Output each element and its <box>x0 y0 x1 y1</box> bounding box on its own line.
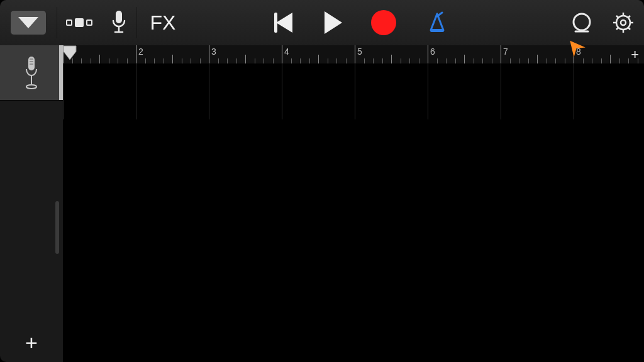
ruler-tick-minor <box>346 58 347 63</box>
ruler-tick-minor <box>236 58 237 63</box>
ruler-tick-minor <box>154 58 155 63</box>
ruler-tick-minor <box>528 58 529 63</box>
ruler-tick-minor <box>619 58 620 63</box>
ruler-tick-minor <box>109 58 109 63</box>
ruler-tick-minor <box>419 58 419 63</box>
ruler-tick-minor <box>601 58 602 63</box>
rewind-button[interactable] <box>258 0 308 45</box>
arrangement-barline <box>355 64 355 119</box>
svg-rect-17 <box>28 57 35 70</box>
ruler-bar-number: 4 <box>284 47 289 57</box>
chevron-down-icon <box>18 17 38 28</box>
ruler-tick-minor <box>555 58 556 63</box>
add-track-button[interactable]: + <box>0 323 63 362</box>
ruler-tick-major <box>501 45 501 63</box>
ruler-tick-minor <box>437 58 438 63</box>
my-songs-dropdown-button[interactable] <box>0 0 57 45</box>
ruler-tick-minor <box>519 58 519 63</box>
ruler-tick-minor <box>409 58 410 63</box>
ruler-tick-minor <box>127 58 128 63</box>
ruler-tick-minor <box>328 58 328 63</box>
ruler-tick-minor <box>474 58 474 63</box>
svg-rect-4 <box>430 29 444 32</box>
microphone-icon <box>24 55 39 90</box>
ruler-bar-number: 2 <box>138 47 143 57</box>
ruler-tick-minor <box>273 58 274 63</box>
top-toolbar: FX <box>0 0 644 45</box>
ruler-tick-minor <box>382 58 383 63</box>
ruler-tick-minor <box>628 58 629 63</box>
ruler-tick-minor <box>592 58 592 63</box>
ruler-tick-major <box>428 45 428 63</box>
arrangement-barline <box>282 64 282 119</box>
microphone-icon <box>110 9 128 36</box>
playhead-icon[interactable] <box>63 45 77 60</box>
arrangement-barline <box>63 64 64 119</box>
track-header[interactable] <box>0 45 63 101</box>
ruler-tick-minor <box>264 58 264 63</box>
ruler-tick-major <box>282 45 282 63</box>
svg-point-5 <box>574 14 590 30</box>
arrangement-barline <box>428 64 428 119</box>
track-list-scrollbar[interactable] <box>55 201 59 254</box>
play-icon <box>325 11 342 34</box>
ruler-tick-minor <box>492 58 492 63</box>
ruler-tick-minor <box>218 58 219 63</box>
instrument-browser-icon <box>66 18 92 27</box>
ruler-tick-minor <box>364 58 365 63</box>
ruler-tick-minor <box>455 58 456 63</box>
transport-group <box>258 0 465 45</box>
ruler-bar-number: 5 <box>357 47 362 57</box>
ruler-bar-number: 7 <box>503 47 508 57</box>
ruler-tick-minor <box>245 55 246 63</box>
fx-button[interactable]: FX <box>137 0 189 45</box>
arrangement-barline <box>574 64 574 119</box>
ruler-tick-major <box>136 45 136 63</box>
track-lane[interactable] <box>63 64 644 119</box>
ruler-tick-minor <box>547 58 547 63</box>
track-view-mic-button[interactable] <box>101 0 136 45</box>
ruler-tick-minor <box>336 58 337 63</box>
track-list: + <box>0 45 63 362</box>
metronome-button[interactable] <box>409 0 465 45</box>
add-section-button[interactable]: + <box>631 47 639 63</box>
ruler-tick-minor <box>510 58 511 63</box>
ruler-tick-minor <box>255 58 255 63</box>
ruler-tick-minor <box>610 55 611 63</box>
loop-browser-button[interactable] <box>561 0 602 45</box>
metronome-icon <box>426 11 448 34</box>
ruler-tick-minor <box>182 58 182 63</box>
ruler-tick-major <box>355 45 355 63</box>
rewind-icon <box>274 13 292 33</box>
ruler-tick-minor <box>118 58 118 63</box>
arrangement-barline <box>501 64 501 119</box>
ruler-tick-minor <box>91 58 91 63</box>
svg-point-16 <box>621 20 626 25</box>
ruler-tick-minor <box>482 58 483 63</box>
play-button[interactable] <box>308 0 358 45</box>
record-icon <box>371 10 396 35</box>
ruler-tick-minor <box>172 55 173 63</box>
ruler-bar-number: 6 <box>430 47 435 57</box>
instrument-browser-button[interactable] <box>57 0 101 45</box>
ruler-tick-minor <box>583 58 584 63</box>
loop-icon <box>569 10 594 35</box>
timeline-ruler[interactable]: 2345678 + <box>63 45 644 64</box>
arrangement-barline <box>136 64 136 119</box>
ruler-tick-minor <box>81 58 82 63</box>
ruler-tick-minor <box>537 55 538 63</box>
ruler-tick-minor <box>446 58 447 63</box>
ruler-tick-minor <box>391 55 392 63</box>
dropdown-box <box>10 10 47 35</box>
ruler-tick-minor <box>191 58 191 63</box>
arrangement-area[interactable] <box>63 64 644 362</box>
ruler-tick-minor <box>291 58 292 63</box>
svg-line-15 <box>616 28 619 30</box>
record-button[interactable] <box>358 0 409 45</box>
ruler-tick-minor <box>72 58 73 63</box>
settings-button[interactable] <box>602 0 644 45</box>
svg-line-14 <box>628 16 631 18</box>
ruler-tick-minor <box>401 58 401 63</box>
ruler-tick-minor <box>200 58 201 63</box>
ruler-tick-minor <box>464 55 465 63</box>
